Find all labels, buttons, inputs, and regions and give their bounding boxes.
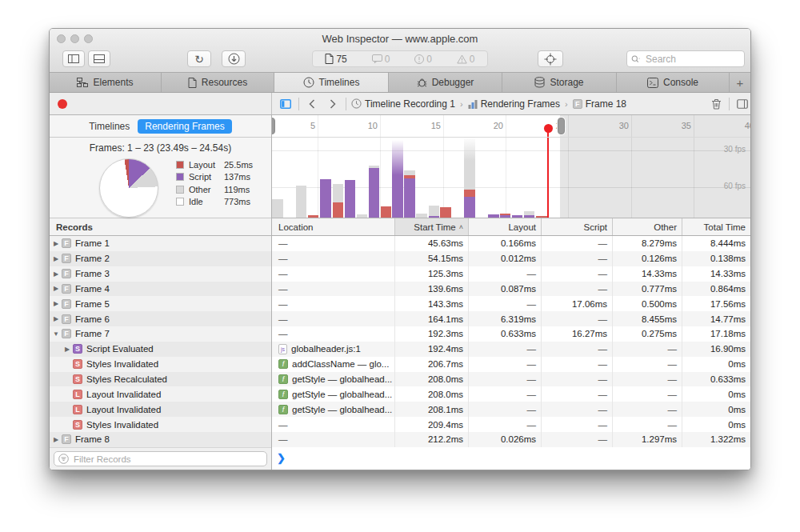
table-row[interactable]: —54.15ms0.012ms—0.126ms0.138ms <box>272 251 750 266</box>
zoom-button[interactable] <box>84 34 93 43</box>
record-row-frame-5[interactable]: ▶FFrame 5 <box>50 296 271 311</box>
titlebar[interactable]: Web Inspector — www.apple.com <box>50 29 750 49</box>
dock-bottom-button[interactable] <box>88 50 110 67</box>
table-row[interactable]: —212.2ms0.026ms—1.297ms1.322ms <box>272 432 750 447</box>
dock-side-button[interactable] <box>62 50 85 67</box>
disclosure-collapsed-icon[interactable]: ▶ <box>53 285 59 292</box>
frame-bar-layout-segment[interactable] <box>500 214 510 215</box>
disclosure-collapsed-icon[interactable]: ▶ <box>53 436 59 443</box>
frame-bar-script-segment[interactable] <box>320 179 331 218</box>
frame-bar-layout-segment[interactable] <box>381 206 391 218</box>
frame-bar-script-segment[interactable] <box>524 215 534 218</box>
disclosure-collapsed-icon[interactable]: ▶ <box>53 240 59 247</box>
table-row[interactable]: —45.63ms0.166ms—8.279ms8.444ms <box>272 236 750 251</box>
record-row-frame-4[interactable]: ▶FFrame 4 <box>50 282 271 297</box>
add-tab-button[interactable]: + <box>730 73 750 92</box>
breadcrumb-frame-18[interactable]: F Frame 18 <box>573 98 626 110</box>
column-header-start-time[interactable]: Start Time˄ <box>394 218 468 235</box>
record-row-frame-2[interactable]: ▶FFrame 2 <box>50 251 271 266</box>
frame-bar-other-segment[interactable] <box>357 214 367 218</box>
frame-bar-other-segment[interactable] <box>429 206 439 216</box>
search-input[interactable] <box>644 53 740 66</box>
selection-start-handle[interactable] <box>272 118 275 134</box>
table-row[interactable]: —143.3ms—17.06ms0.500ms17.56ms <box>272 296 750 311</box>
record-row-layout-invalidated[interactable]: LLayout Invalidated <box>50 386 271 402</box>
record-row-frame-3[interactable]: ▶FFrame 3 <box>50 266 271 282</box>
frame-bar-script-segment[interactable] <box>488 214 499 218</box>
disclosure-collapsed-icon[interactable]: ▶ <box>53 300 59 307</box>
column-header-total-time[interactable]: Total Time <box>682 218 750 235</box>
switch-option-rendering-frames[interactable]: Rendering Frames <box>138 119 231 134</box>
frame-bar-other-segment[interactable] <box>296 186 306 218</box>
table-row[interactable]: —164.1ms6.319ms—8.455ms14.77ms <box>272 311 750 326</box>
record-row-frame-7[interactable]: ▼FFrame 7 <box>50 326 271 342</box>
inspect-target-button[interactable] <box>538 50 563 67</box>
resource-count-badge[interactable]: 75 <box>325 54 346 65</box>
reload-button[interactable]: ↻ <box>187 50 211 67</box>
frame-bar-other-segment[interactable] <box>369 166 379 168</box>
record-row-styles-invalidated[interactable]: SStyles Invalidated <box>50 417 271 432</box>
download-button[interactable] <box>222 50 246 67</box>
frame-bar-script-segment[interactable] <box>404 178 415 218</box>
table-row[interactable]: jsglobalheader.js:1192.4ms———16.90ms <box>272 342 750 357</box>
frame-bar-layout-segment[interactable] <box>440 207 451 218</box>
frame-bar-script-segment[interactable] <box>464 197 475 218</box>
column-header-layout[interactable]: Layout <box>468 218 541 235</box>
record-row-frame-6[interactable]: ▶FFrame 6 <box>50 311 271 326</box>
record-row-frame-1[interactable]: ▶FFrame 1 <box>50 236 271 251</box>
frame-bar-other-segment[interactable] <box>272 199 283 218</box>
table-row[interactable]: —192.3ms0.633ms16.27ms0.275ms17.18ms <box>272 326 750 342</box>
record-row-script-evaluated[interactable]: ▶SScript Evaluated <box>50 342 271 357</box>
frame-bar-other-segment[interactable] <box>404 170 415 175</box>
timeline-ruler[interactable]: 510152025303540 <box>272 115 750 138</box>
tab-elements[interactable]: Elements <box>50 73 162 92</box>
breadcrumb-rendering-frames[interactable]: Rendering Frames <box>468 98 560 110</box>
table-row[interactable]: fgetStyle — globalhead...208.1ms———0ms <box>272 402 750 417</box>
frame-bar-script-segment[interactable] <box>345 180 355 218</box>
tab-timelines[interactable]: Timelines <box>274 73 389 92</box>
search-field[interactable] <box>626 50 745 67</box>
frame-bar-layout-segment[interactable] <box>464 190 475 197</box>
disclosure-collapsed-icon[interactable]: ▶ <box>53 255 59 262</box>
error-badge[interactable]: 0 <box>414 54 432 65</box>
frame-bar-layout-segment[interactable] <box>308 215 318 218</box>
frame-bar-script-segment[interactable] <box>500 215 510 218</box>
frame-bar-layout-segment[interactable] <box>536 216 547 218</box>
record-row-frame-8[interactable]: ▶FFrame 8 <box>50 432 271 447</box>
filter-records-input[interactable] <box>72 454 262 465</box>
frame-bar-script-segment[interactable] <box>512 215 522 218</box>
frame-bar-other-segment[interactable] <box>464 138 475 190</box>
table-row[interactable]: —209.4ms———0ms <box>272 417 750 432</box>
expand-chevron[interactable]: ❯ <box>277 452 286 464</box>
clear-timeline-button[interactable] <box>708 98 724 110</box>
details-sidebar-toggle-button[interactable] <box>734 99 750 109</box>
forward-button[interactable] <box>325 99 341 109</box>
breadcrumb-recording[interactable]: Timeline Recording 1 <box>351 98 455 110</box>
minimize-button[interactable] <box>70 34 79 43</box>
frame-bar-other-segment[interactable] <box>333 184 343 202</box>
console-message-badge[interactable]: 0 <box>372 54 390 65</box>
table-row[interactable]: fgetStyle — globalhead...208.0ms———0.633… <box>272 372 750 387</box>
disclosure-collapsed-icon[interactable]: ▶ <box>53 270 59 278</box>
warning-badge[interactable]: 0 <box>457 54 475 65</box>
column-header-other[interactable]: Other <box>612 218 682 235</box>
table-row[interactable]: —139.6ms0.087ms—0.777ms0.864ms <box>272 282 750 297</box>
column-header-location[interactable]: Location <box>272 218 394 235</box>
table-row[interactable]: faddClassName — glo...206.7ms———0ms <box>272 357 750 372</box>
selection-end-handle[interactable] <box>558 118 565 134</box>
tab-debugger[interactable]: Debugger <box>389 73 502 92</box>
close-button[interactable] <box>57 34 66 43</box>
frame-bar-script-segment[interactable] <box>369 168 379 218</box>
frame-bar-layout-segment[interactable] <box>404 175 415 178</box>
tab-storage[interactable]: Storage <box>502 73 617 92</box>
frame-bar-other-segment[interactable] <box>416 214 427 218</box>
disclosure-expanded-icon[interactable]: ▼ <box>53 330 59 338</box>
back-button[interactable] <box>304 99 320 109</box>
tab-resources[interactable]: Resources <box>162 73 274 92</box>
table-row[interactable]: —125.3ms——14.33ms14.33ms <box>272 266 750 282</box>
filter-field[interactable] <box>54 451 267 466</box>
record-row-styles-recalculated[interactable]: SStyles Recalculated <box>50 372 271 387</box>
tab-console[interactable]: Console <box>617 73 730 92</box>
disclosure-collapsed-icon[interactable]: ▶ <box>64 346 70 353</box>
record-row-layout-invalidated[interactable]: LLayout Invalidated <box>50 402 271 417</box>
